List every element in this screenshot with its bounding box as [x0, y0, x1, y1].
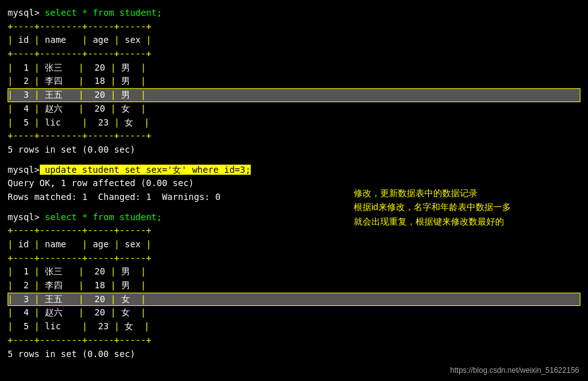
block2-command-line: mysql> update student set sex='女' where …	[8, 163, 580, 177]
block1-border-top: +----+--------+-----+-----+	[8, 20, 580, 34]
block1-row3: | 3 | 王五 | 20 | 男 |	[8, 88, 580, 102]
update-command: update student set sex='女' where id=3;	[40, 165, 251, 175]
block1-row1: | 1 | 张三 | 20 | 男 |	[8, 61, 580, 75]
block3-footer: 5 rows in set (0.00 sec)	[8, 348, 580, 361]
block1-border-bot: +----+--------+-----+-----+	[8, 129, 580, 143]
block1-footer: 5 rows in set (0.00 sec)	[8, 143, 580, 157]
block3-row5: | 5 | lic | 23 | 女 |	[8, 320, 580, 334]
prompt1: mysql>	[8, 8, 45, 18]
annotation-line1: 修改，更新数据表中的数据记录	[354, 186, 511, 200]
block1-row2: | 2 | 李四 | 18 | 男 |	[8, 74, 580, 88]
block3-row3: | 3 | 王五 | 20 | 女 |	[8, 293, 580, 307]
block3-border-bot: +----+--------+-----+-----+	[8, 334, 580, 348]
command1: select * from student;	[45, 8, 162, 18]
block3-header: | id | name | age | sex |	[8, 238, 580, 252]
terminal: mysql> select * from student; +----+----…	[8, 6, 580, 361]
annotation-block: 修改，更新数据表中的数据记录 根据id来修改，名字和年龄表中数据一多 就会出现重…	[354, 186, 511, 228]
block1-row5: | 5 | lic | 23 | 女 |	[8, 116, 580, 130]
annotation-line3: 就会出现重复，根据键来修改数最好的	[354, 214, 511, 228]
block1-command-line: mysql> select * from student;	[8, 6, 580, 20]
block1-row4: | 4 | 赵六 | 20 | 女 |	[8, 102, 580, 116]
block3-row2: | 2 | 李四 | 18 | 男 |	[8, 279, 580, 293]
annotation-line2: 根据id来修改，名字和年龄表中数据一多	[354, 200, 511, 214]
block1-header: | id | name | age | sex |	[8, 33, 580, 47]
block3-row4: | 4 | 赵六 | 20 | 女 |	[8, 306, 580, 320]
csdn-link: https://blog.csdn.net/weixin_51622156	[450, 366, 579, 375]
block1-border-mid: +----+--------+-----+-----+	[8, 47, 580, 61]
block3-border-mid: +----+--------+-----+-----+	[8, 252, 580, 266]
block3-row1: | 1 | 张三 | 20 | 男 |	[8, 265, 580, 279]
